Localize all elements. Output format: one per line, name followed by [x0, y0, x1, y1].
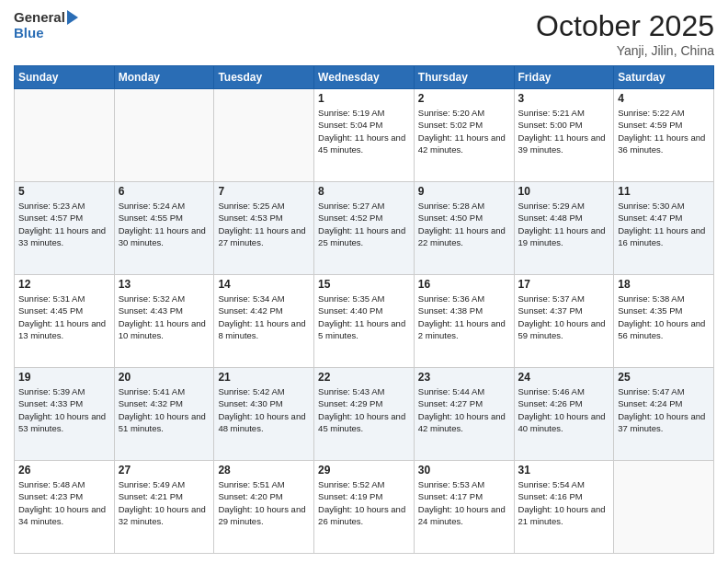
- day-info: Sunrise: 5:20 AM Sunset: 5:02 PM Dayligh…: [418, 107, 510, 155]
- page: General Blue October 2025 Yanji, Jilin, …: [0, 0, 728, 563]
- day-number: 19: [18, 371, 110, 384]
- day-info: Sunrise: 5:34 AM Sunset: 4:42 PM Dayligh…: [218, 293, 310, 341]
- day-number: 27: [119, 464, 210, 477]
- table-cell: 30Sunrise: 5:53 AM Sunset: 4:17 PM Dayli…: [414, 461, 514, 554]
- table-cell: 11Sunrise: 5:30 AM Sunset: 4:47 PM Dayli…: [614, 182, 714, 275]
- day-number: 4: [618, 92, 710, 105]
- day-number: 12: [18, 278, 110, 291]
- title-section: October 2025 Yanji, Jilin, China: [536, 9, 714, 58]
- day-info: Sunrise: 5:19 AM Sunset: 5:04 PM Dayligh…: [318, 107, 410, 155]
- table-cell: 9Sunrise: 5:28 AM Sunset: 4:50 PM Daylig…: [414, 182, 514, 275]
- table-cell: 20Sunrise: 5:41 AM Sunset: 4:32 PM Dayli…: [114, 368, 214, 461]
- day-info: Sunrise: 5:29 AM Sunset: 4:48 PM Dayligh…: [518, 200, 610, 248]
- day-info: Sunrise: 5:39 AM Sunset: 4:33 PM Dayligh…: [18, 385, 110, 434]
- header-saturday: Saturday: [614, 66, 714, 89]
- day-number: 16: [418, 278, 510, 291]
- day-info: Sunrise: 5:36 AM Sunset: 4:38 PM Dayligh…: [418, 293, 510, 341]
- day-number: 29: [318, 464, 410, 477]
- week-row-2: 5Sunrise: 5:23 AM Sunset: 4:57 PM Daylig…: [15, 182, 714, 275]
- day-info: Sunrise: 5:30 AM Sunset: 4:47 PM Dayligh…: [618, 200, 710, 248]
- week-row-1: 1Sunrise: 5:19 AM Sunset: 5:04 PM Daylig…: [15, 89, 714, 182]
- table-cell: 6Sunrise: 5:24 AM Sunset: 4:55 PM Daylig…: [114, 182, 214, 275]
- table-cell: 27Sunrise: 5:49 AM Sunset: 4:21 PM Dayli…: [114, 461, 214, 554]
- table-cell: [614, 461, 714, 554]
- day-info: Sunrise: 5:22 AM Sunset: 4:59 PM Dayligh…: [618, 107, 710, 155]
- day-number: 8: [318, 185, 410, 198]
- table-cell: 16Sunrise: 5:36 AM Sunset: 4:38 PM Dayli…: [414, 275, 514, 368]
- table-cell: 14Sunrise: 5:34 AM Sunset: 4:42 PM Dayli…: [214, 275, 314, 368]
- table-cell: 17Sunrise: 5:37 AM Sunset: 4:37 PM Dayli…: [514, 275, 614, 368]
- header-thursday: Thursday: [414, 66, 514, 89]
- day-number: 20: [119, 371, 210, 384]
- day-number: 6: [119, 185, 210, 198]
- day-info: Sunrise: 5:21 AM Sunset: 5:00 PM Dayligh…: [518, 107, 610, 155]
- day-number: 7: [218, 185, 310, 198]
- day-info: Sunrise: 5:35 AM Sunset: 4:40 PM Dayligh…: [318, 293, 410, 341]
- table-cell: [15, 89, 115, 182]
- logo-general-text: General: [14, 9, 65, 25]
- day-number: 25: [618, 371, 710, 384]
- day-info: Sunrise: 5:54 AM Sunset: 4:16 PM Dayligh…: [518, 478, 610, 527]
- day-number: 1: [318, 92, 410, 105]
- table-cell: 26Sunrise: 5:48 AM Sunset: 4:23 PM Dayli…: [15, 461, 115, 554]
- day-info: Sunrise: 5:27 AM Sunset: 4:52 PM Dayligh…: [318, 200, 410, 248]
- header-monday: Monday: [114, 66, 214, 89]
- header-sunday: Sunday: [15, 66, 115, 89]
- day-number: 24: [518, 371, 610, 384]
- day-number: 22: [318, 371, 410, 384]
- day-info: Sunrise: 5:43 AM Sunset: 4:29 PM Dayligh…: [318, 385, 410, 434]
- table-cell: 5Sunrise: 5:23 AM Sunset: 4:57 PM Daylig…: [15, 182, 115, 275]
- table-cell: 15Sunrise: 5:35 AM Sunset: 4:40 PM Dayli…: [314, 275, 415, 368]
- calendar-header-row: Sunday Monday Tuesday Wednesday Thursday…: [15, 66, 714, 89]
- day-info: Sunrise: 5:44 AM Sunset: 4:27 PM Dayligh…: [418, 385, 510, 434]
- table-cell: 21Sunrise: 5:42 AM Sunset: 4:30 PM Dayli…: [214, 368, 314, 461]
- day-number: 26: [18, 464, 110, 477]
- location: Yanji, Jilin, China: [536, 43, 714, 58]
- table-cell: 31Sunrise: 5:54 AM Sunset: 4:16 PM Dayli…: [514, 461, 614, 554]
- day-number: 10: [518, 185, 610, 198]
- week-row-4: 19Sunrise: 5:39 AM Sunset: 4:33 PM Dayli…: [15, 368, 714, 461]
- table-cell: [214, 89, 314, 182]
- day-number: 15: [318, 278, 410, 291]
- day-number: 11: [618, 185, 710, 198]
- table-cell: 24Sunrise: 5:46 AM Sunset: 4:26 PM Dayli…: [514, 368, 614, 461]
- table-cell: 3Sunrise: 5:21 AM Sunset: 5:00 PM Daylig…: [514, 89, 614, 182]
- day-info: Sunrise: 5:42 AM Sunset: 4:30 PM Dayligh…: [218, 385, 310, 434]
- day-info: Sunrise: 5:41 AM Sunset: 4:32 PM Dayligh…: [119, 385, 210, 434]
- table-cell: 1Sunrise: 5:19 AM Sunset: 5:04 PM Daylig…: [314, 89, 415, 182]
- month-title: October 2025: [536, 9, 714, 43]
- day-info: Sunrise: 5:23 AM Sunset: 4:57 PM Dayligh…: [18, 200, 110, 248]
- day-number: 31: [518, 464, 610, 477]
- logo-arrow-icon: [67, 10, 78, 25]
- day-number: 17: [518, 278, 610, 291]
- logo-blue-text: Blue: [14, 25, 44, 40]
- day-info: Sunrise: 5:47 AM Sunset: 4:24 PM Dayligh…: [618, 385, 710, 434]
- week-row-3: 12Sunrise: 5:31 AM Sunset: 4:45 PM Dayli…: [15, 275, 714, 368]
- day-info: Sunrise: 5:46 AM Sunset: 4:26 PM Dayligh…: [518, 385, 610, 434]
- day-number: 13: [119, 278, 210, 291]
- header-tuesday: Tuesday: [214, 66, 314, 89]
- day-info: Sunrise: 5:24 AM Sunset: 4:55 PM Dayligh…: [119, 200, 210, 248]
- day-number: 14: [218, 278, 310, 291]
- table-cell: 22Sunrise: 5:43 AM Sunset: 4:29 PM Dayli…: [314, 368, 415, 461]
- logo: General Blue: [14, 9, 78, 40]
- table-cell: 12Sunrise: 5:31 AM Sunset: 4:45 PM Dayli…: [15, 275, 115, 368]
- day-info: Sunrise: 5:38 AM Sunset: 4:35 PM Dayligh…: [618, 293, 710, 341]
- day-info: Sunrise: 5:31 AM Sunset: 4:45 PM Dayligh…: [18, 293, 110, 341]
- header-friday: Friday: [514, 66, 614, 89]
- day-number: 3: [518, 92, 610, 105]
- table-cell: 28Sunrise: 5:51 AM Sunset: 4:20 PM Dayli…: [214, 461, 314, 554]
- table-cell: 13Sunrise: 5:32 AM Sunset: 4:43 PM Dayli…: [114, 275, 214, 368]
- table-cell: 10Sunrise: 5:29 AM Sunset: 4:48 PM Dayli…: [514, 182, 614, 275]
- day-number: 9: [418, 185, 510, 198]
- table-cell: 29Sunrise: 5:52 AM Sunset: 4:19 PM Dayli…: [314, 461, 415, 554]
- day-info: Sunrise: 5:48 AM Sunset: 4:23 PM Dayligh…: [18, 478, 110, 527]
- day-info: Sunrise: 5:53 AM Sunset: 4:17 PM Dayligh…: [418, 478, 510, 527]
- week-row-5: 26Sunrise: 5:48 AM Sunset: 4:23 PM Dayli…: [15, 461, 714, 554]
- day-info: Sunrise: 5:25 AM Sunset: 4:53 PM Dayligh…: [218, 200, 310, 248]
- day-number: 18: [618, 278, 710, 291]
- calendar-table: Sunday Monday Tuesday Wednesday Thursday…: [14, 65, 714, 554]
- day-info: Sunrise: 5:49 AM Sunset: 4:21 PM Dayligh…: [119, 478, 210, 527]
- day-info: Sunrise: 5:37 AM Sunset: 4:37 PM Dayligh…: [518, 293, 610, 341]
- day-info: Sunrise: 5:52 AM Sunset: 4:19 PM Dayligh…: [318, 478, 410, 527]
